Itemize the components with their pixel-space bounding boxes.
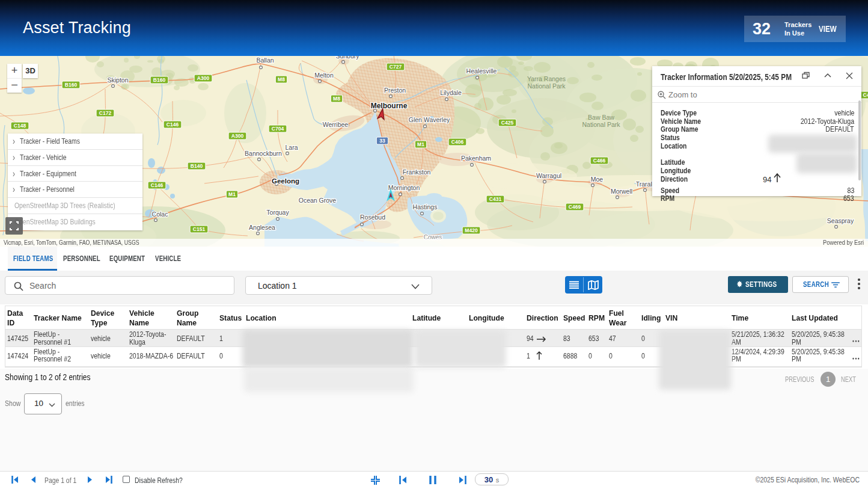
- svg-text:Ballan: Ballan: [256, 57, 274, 64]
- svg-text:A300: A300: [197, 75, 210, 81]
- svg-text:Mornington: Mornington: [388, 184, 420, 191]
- svg-text:C172: C172: [99, 110, 112, 116]
- svg-text:33: 33: [379, 138, 385, 144]
- svg-text:Torquay: Torquay: [266, 209, 289, 216]
- svg-text:National Park: National Park: [527, 82, 566, 90]
- svg-text:Lilydale: Lilydale: [440, 89, 462, 96]
- svg-text:Baw Baw: Baw Baw: [588, 114, 614, 121]
- svg-text:Bannockburn: Bannockburn: [245, 150, 282, 157]
- svg-text:C704: C704: [272, 126, 284, 132]
- svg-text:Colac: Colac: [152, 211, 168, 218]
- svg-text:C425: C425: [501, 120, 514, 126]
- svg-text:Hastings: Hastings: [413, 203, 438, 211]
- svg-text:C151: C151: [193, 226, 206, 232]
- svg-text:Melbourne: Melbourne: [371, 102, 408, 110]
- svg-text:Frankston: Frankston: [403, 168, 431, 176]
- svg-text:Healesville: Healesville: [466, 67, 497, 75]
- svg-text:C469: C469: [569, 204, 581, 210]
- svg-text:Glen Waverley: Glen Waverley: [409, 116, 450, 123]
- svg-text:Werribee: Werribee: [323, 121, 349, 128]
- svg-text:Pakenham: Pakenham: [461, 155, 491, 162]
- svg-text:M420: M420: [465, 227, 478, 233]
- svg-text:Morwell: Morwell: [611, 188, 632, 195]
- svg-text:Rosebud: Rosebud: [360, 214, 385, 221]
- svg-text:M1: M1: [228, 191, 236, 197]
- svg-text:C4: C4: [863, 92, 868, 98]
- svg-text:Moe: Moe: [591, 176, 604, 183]
- svg-text:C148: C148: [14, 123, 26, 129]
- svg-text:Preston: Preston: [384, 87, 406, 94]
- svg-text:A300: A300: [231, 133, 244, 139]
- svg-text:C431: C431: [489, 196, 502, 202]
- svg-text:Ocean Grove: Ocean Grove: [299, 197, 337, 204]
- svg-text:Geelong: Geelong: [272, 177, 299, 185]
- svg-text:C406: C406: [451, 139, 464, 145]
- svg-text:B140: B140: [191, 163, 203, 169]
- svg-text:Seaspray: Seaspray: [827, 217, 854, 224]
- svg-text:C146: C146: [167, 121, 179, 128]
- svg-text:M8: M8: [333, 96, 340, 102]
- svg-text:Yarra Ranges: Yarra Ranges: [527, 75, 566, 82]
- svg-text:Sunbury: Sunbury: [335, 56, 359, 60]
- svg-text:National Park: National Park: [582, 121, 620, 128]
- svg-text:C466: C466: [593, 158, 606, 164]
- svg-text:B160: B160: [153, 77, 166, 83]
- svg-text:M8: M8: [278, 76, 285, 82]
- svg-text:Skipton: Skipton: [107, 76, 128, 84]
- svg-text:Warragul: Warragul: [536, 172, 561, 179]
- svg-text:Melton: Melton: [314, 72, 334, 79]
- svg-text:C727: C727: [390, 64, 402, 70]
- svg-text:Lara: Lara: [285, 144, 298, 151]
- svg-text:M1: M1: [417, 141, 424, 147]
- svg-text:C146: C146: [151, 182, 164, 188]
- svg-text:B160: B160: [65, 82, 78, 88]
- svg-text:Anglesea: Anglesea: [249, 224, 275, 231]
